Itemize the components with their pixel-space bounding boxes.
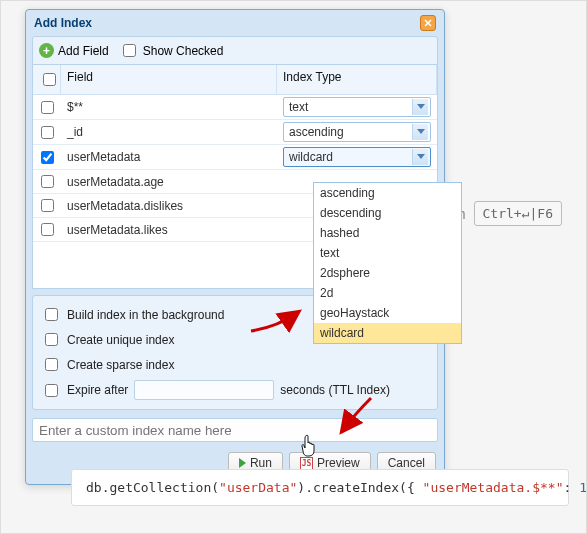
code-n1: 1 (579, 480, 587, 495)
combo-value: wildcard (289, 150, 333, 164)
index-type-dropdown[interactable]: ascendingdescendinghashedtext2dsphere2dg… (313, 182, 462, 344)
row-field-name: userMetadata.dislikes (61, 197, 277, 215)
index-name-container (32, 418, 438, 442)
index-name-input[interactable] (32, 418, 438, 442)
expire-checkbox[interactable] (45, 384, 58, 397)
dropdown-item[interactable]: geoHaystack (314, 303, 461, 323)
dropdown-item[interactable]: descending (314, 203, 461, 223)
row-field-name: userMetadata.age (61, 173, 277, 191)
hint-keyshortcut: Ctrl+↵|F6 (474, 201, 562, 226)
dropdown-item[interactable]: ascending (314, 183, 461, 203)
code-p1: db.getCollection( (86, 480, 219, 495)
code-p2: ).createIndex({ (297, 480, 422, 495)
table-row[interactable]: userMetadatawildcard (33, 145, 437, 170)
row-checkbox[interactable] (41, 199, 54, 212)
dropdown-item[interactable]: 2dsphere (314, 263, 461, 283)
sparse-label: Create sparse index (67, 358, 174, 372)
row-field-name: userMetadata.likes (61, 221, 277, 239)
row-checkbox[interactable] (41, 175, 54, 188)
row-checkbox[interactable] (41, 223, 54, 236)
row-checkbox[interactable] (41, 101, 54, 114)
dialog-title: Add Index (34, 16, 92, 30)
dropdown-item[interactable]: wildcard (314, 323, 461, 343)
play-icon (239, 458, 246, 468)
expire-suffix: seconds (TTL Index) (280, 383, 390, 397)
row-field-name: _id (61, 123, 277, 141)
row-checkbox[interactable] (41, 126, 54, 139)
header-checkbox-col (33, 65, 61, 94)
header-field: Field (61, 65, 277, 94)
chevron-down-icon (412, 124, 428, 140)
code-s1: "userData" (219, 480, 297, 495)
add-index-dialog: Add Index + Add Field Show Checked Field… (25, 9, 445, 485)
run-label: Run (250, 456, 272, 470)
plus-icon: + (39, 43, 54, 58)
js-icon: JS (300, 457, 313, 470)
show-checked-checkbox[interactable] (123, 44, 136, 57)
dropdown-item[interactable]: text (314, 243, 461, 263)
close-button[interactable] (420, 15, 436, 31)
dialog-toolbar: + Add Field Show Checked (32, 36, 438, 65)
index-type-combo[interactable]: ascending (283, 122, 431, 142)
select-all-checkbox[interactable] (43, 73, 56, 86)
show-checked-toggle[interactable]: Show Checked (119, 41, 224, 60)
dropdown-item[interactable]: 2d (314, 283, 461, 303)
grid-header: Field Index Type (33, 65, 437, 95)
chevron-down-icon (412, 99, 428, 115)
show-checked-label: Show Checked (143, 44, 224, 58)
background-checkbox[interactable] (45, 308, 58, 321)
index-type-combo[interactable]: wildcard (283, 147, 431, 167)
code-p3: : (563, 480, 579, 495)
header-index-type: Index Type (277, 65, 437, 94)
sparse-checkbox[interactable] (45, 358, 58, 371)
background-label: Build index in the background (67, 308, 224, 322)
cancel-label: Cancel (388, 456, 425, 470)
code-s2: "userMetadata.$**" (423, 480, 564, 495)
preview-label: Preview (317, 456, 360, 470)
close-icon (424, 19, 432, 27)
unique-label: Create unique index (67, 333, 174, 347)
row-field-name: $** (61, 98, 277, 116)
table-row[interactable]: _idascending (33, 120, 437, 145)
add-field-label: Add Field (58, 44, 109, 58)
expire-seconds-input[interactable] (134, 380, 274, 400)
combo-value: text (289, 100, 308, 114)
add-field-link[interactable]: + Add Field (39, 43, 109, 58)
chevron-down-icon (412, 149, 428, 165)
row-checkbox[interactable] (41, 151, 54, 164)
combo-value: ascending (289, 125, 344, 139)
row-field-name: userMetadata (61, 148, 277, 166)
table-row[interactable]: $**text (33, 95, 437, 120)
unique-checkbox[interactable] (45, 333, 58, 346)
expire-label: Expire after (67, 383, 128, 397)
dialog-titlebar: Add Index (26, 10, 444, 36)
generated-code-panel: db.getCollection("userData").createIndex… (71, 469, 569, 506)
dropdown-item[interactable]: hashed (314, 223, 461, 243)
index-type-combo[interactable]: text (283, 97, 431, 117)
